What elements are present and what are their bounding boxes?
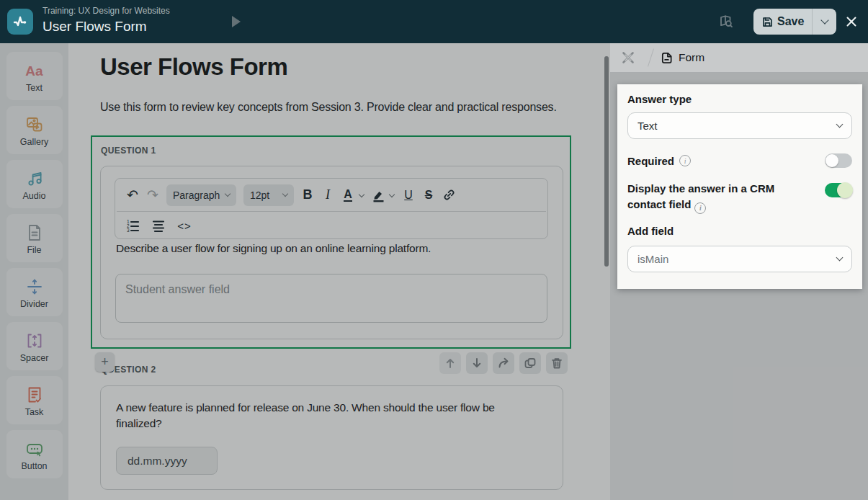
close-icon <box>846 16 857 27</box>
settings-panel-header: Form <box>610 43 868 73</box>
preview-button[interactable] <box>717 12 735 31</box>
chevron-down-icon <box>836 121 844 128</box>
save-button-group: Save <box>753 9 836 35</box>
crm-row: Display the answer in a CRM contact fiel… <box>627 181 852 214</box>
save-button-label: Save <box>777 15 804 28</box>
answer-type-value: Text <box>637 120 658 132</box>
course-label: Training: UX Design for Websites <box>42 6 170 16</box>
info-icon[interactable]: i <box>694 202 706 214</box>
required-row: Required i <box>627 153 852 168</box>
add-field-value: isMain <box>637 253 668 265</box>
chevron-down-icon <box>836 254 844 262</box>
required-toggle[interactable] <box>825 153 852 168</box>
design-tools-icon[interactable] <box>620 50 636 66</box>
pulse-icon <box>12 13 29 30</box>
save-dropdown-button[interactable] <box>813 9 836 35</box>
breadcrumb-separator <box>648 48 654 66</box>
crm-toggle[interactable] <box>825 183 852 197</box>
save-button[interactable]: Save <box>753 9 812 35</box>
answer-type-select[interactable]: Text <box>627 112 852 139</box>
crm-label: Display the answer in a CRM contact fiel… <box>627 181 782 214</box>
preview-icon <box>718 14 734 30</box>
add-field-select[interactable]: isMain <box>627 246 852 272</box>
answer-type-label: Answer type <box>627 93 692 105</box>
add-field-label: Add field <box>627 225 674 237</box>
floppy-icon <box>761 16 774 28</box>
chevron-down-icon <box>820 16 828 24</box>
app-logo[interactable] <box>7 9 33 35</box>
topbar: Training: UX Design for Websites User Fl… <box>0 0 868 43</box>
page-title-topbar: User Flows Form <box>42 19 147 35</box>
close-button[interactable] <box>844 14 859 29</box>
form-doc-icon <box>660 51 674 65</box>
breadcrumb-form[interactable]: Form <box>679 51 704 64</box>
question-settings-panel: Answer type Text Required i Display the … <box>617 84 862 289</box>
app-window: Training: UX Design for Websites User Fl… <box>0 0 868 500</box>
collapse-arrow-icon[interactable] <box>232 16 241 27</box>
info-icon[interactable]: i <box>679 155 691 166</box>
required-label: Required <box>627 155 674 167</box>
